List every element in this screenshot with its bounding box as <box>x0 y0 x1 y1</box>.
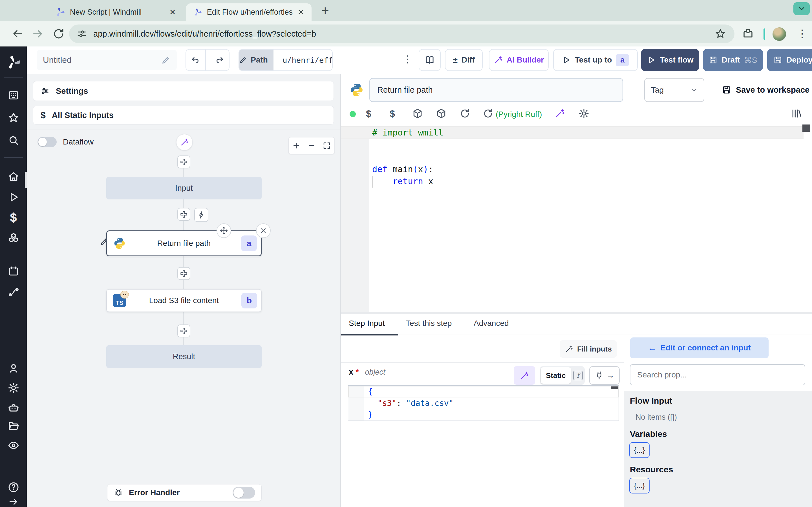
zoom-in-icon[interactable] <box>292 142 301 150</box>
connect-input-button[interactable]: → <box>589 366 620 385</box>
more-options-icon[interactable]: ⋮ <box>402 53 412 65</box>
sidebar-item-user-icon[interactable] <box>8 363 19 374</box>
step-b-node[interactable]: TS Load S3 file content b <box>106 289 262 312</box>
insert-step-button[interactable] <box>177 325 190 337</box>
extensions-icon[interactable] <box>742 27 754 40</box>
browser-tab-inactive[interactable]: New Script | Windmill ✕ <box>48 3 183 21</box>
sidebar-item-home-icon[interactable] <box>8 171 19 182</box>
library-icon[interactable] <box>791 108 802 119</box>
save-to-workspace-button[interactable]: Save to workspace <box>722 81 809 99</box>
flow-graph-panel: Settings $ All Static Inputs Dataflow In… <box>27 74 341 507</box>
variables-heading: Variables <box>630 429 667 439</box>
package-icon[interactable] <box>436 108 447 119</box>
omnibox[interactable]: app.windmill.dev/flows/edit/u/henri/effo… <box>69 24 734 43</box>
sidebar-expand-icon[interactable] <box>8 496 19 507</box>
edit-or-connect-button[interactable]: ← Edit or connect an input <box>630 337 769 358</box>
all-static-inputs-button[interactable]: $ All Static Inputs <box>33 106 334 124</box>
arg-ai-button[interactable] <box>514 366 535 385</box>
tab-search-chevron-button[interactable] <box>794 2 810 15</box>
variables-picker-icon[interactable]: $ <box>390 108 395 119</box>
sidebar-item-folders-icon[interactable] <box>8 420 19 432</box>
sidebar-item-apps-icon[interactable] <box>8 90 19 101</box>
test-up-to-button[interactable]: Test up to a <box>553 49 638 71</box>
draft-button[interactable]: Draft ⌘S <box>703 49 763 71</box>
error-handler-button[interactable]: Error Handler <box>107 484 262 501</box>
delete-step-button[interactable] <box>256 223 271 238</box>
package-icon[interactable] <box>412 108 423 119</box>
sidebar-item-resources-icon[interactable] <box>8 232 19 244</box>
docs-button[interactable] <box>419 49 441 71</box>
tab-step-input[interactable]: Step Input <box>349 319 385 328</box>
path-button[interactable]: Path u/henri/eff <box>239 49 333 71</box>
resources-braces-button[interactable]: {...} <box>629 478 650 494</box>
tab-close-icon[interactable]: ✕ <box>298 8 304 17</box>
bookmark-star-icon[interactable] <box>715 28 726 40</box>
flow-result-node[interactable]: Result <box>106 345 262 368</box>
sidebar-item-help-icon[interactable] <box>8 482 19 493</box>
sidebar-item-settings-icon[interactable] <box>8 382 19 394</box>
sidebar-item-favorites-icon[interactable] <box>8 112 19 124</box>
insert-step-button[interactable] <box>177 267 190 280</box>
diff-button[interactable]: ± Diff <box>445 49 483 71</box>
editor-settings-icon[interactable] <box>578 108 589 119</box>
search-prop-input[interactable] <box>630 364 805 385</box>
flow-input-node[interactable]: Input <box>106 177 262 200</box>
undo-button[interactable] <box>186 50 206 70</box>
reload-icon[interactable] <box>52 27 65 40</box>
arg-json-editor[interactable]: { "s3": "data.csv" } <box>348 385 619 421</box>
flow-name-field[interactable]: Untitled <box>37 50 177 70</box>
tag-select[interactable]: Tag <box>644 78 704 102</box>
tab-close-icon[interactable]: ✕ <box>169 8 176 17</box>
zoom-out-icon[interactable] <box>307 142 316 150</box>
avatar[interactable] <box>772 27 786 41</box>
move-step-button[interactable] <box>216 223 231 238</box>
static-toggle-active[interactable]: Static <box>541 367 571 384</box>
sidebar-item-variables-icon[interactable]: $ <box>10 211 17 225</box>
sidebar-item-workers-icon[interactable] <box>8 402 19 413</box>
resources-heading: Resources <box>630 465 673 474</box>
sidebar-item-schedules-icon[interactable] <box>8 266 19 277</box>
prop-picker-panel: Flow Input No items ([]) Variables {...}… <box>624 391 812 507</box>
insert-step-button[interactable] <box>177 156 190 168</box>
redo-button[interactable] <box>210 50 229 70</box>
test-flow-button[interactable]: Test flow <box>641 49 699 71</box>
dollar-icon: $ <box>41 110 46 121</box>
step-name-input[interactable] <box>369 78 623 102</box>
fill-inputs-button[interactable]: Fill inputs <box>560 340 617 358</box>
reset-icon[interactable] <box>483 108 493 119</box>
fit-view-icon[interactable] <box>322 142 331 150</box>
javascript-expr-toggle[interactable]: f <box>573 371 583 380</box>
reload-icon[interactable] <box>460 108 470 119</box>
code-editor[interactable]: # import wmill def main(x): return x <box>341 126 812 312</box>
ai-flow-button[interactable] <box>176 134 193 151</box>
arrow-right-icon: → <box>606 371 614 380</box>
assets-icon[interactable]: $ <box>366 108 371 119</box>
windmill-logo[interactable] <box>6 55 21 70</box>
sidebar-item-audit-icon[interactable] <box>8 439 19 451</box>
step-a-node[interactable]: Return file path a <box>106 230 262 256</box>
flow-settings-button[interactable]: Settings <box>33 81 334 101</box>
editor-scrollbar-thumb[interactable] <box>802 124 810 132</box>
arrow-left-icon: ← <box>648 343 656 353</box>
new-tab-button[interactable]: + <box>321 4 329 17</box>
sidebar-item-search-icon[interactable] <box>8 135 19 146</box>
deploy-button[interactable]: Deploy <box>767 49 812 71</box>
add-trigger-button[interactable] <box>194 208 208 222</box>
forward-icon[interactable] <box>32 27 44 40</box>
dataflow-toggle[interactable] <box>38 137 57 147</box>
tab-test-this-step[interactable]: Test this step <box>406 319 452 328</box>
browser-tab-active[interactable]: Edit Flow u/henri/effortless_fl ✕ <box>186 3 312 21</box>
error-handler-toggle[interactable] <box>233 487 255 499</box>
tab-advanced[interactable]: Advanced <box>474 319 509 328</box>
ai-wand-icon[interactable] <box>555 108 565 118</box>
back-icon[interactable] <box>11 27 24 40</box>
sidebar-item-triggers-icon[interactable] <box>8 286 19 298</box>
edit-or-connect-label: Edit or connect an input <box>660 343 751 352</box>
insert-step-button[interactable] <box>177 208 190 221</box>
sidebar-item-runs-icon[interactable] <box>8 191 19 203</box>
site-info-icon[interactable] <box>77 29 87 39</box>
browser-toolbar: app.windmill.dev/flows/edit/u/henri/effo… <box>0 21 812 47</box>
ai-builder-button[interactable]: AI Builder <box>489 49 549 71</box>
browser-menu-icon[interactable]: ⋮ <box>797 27 808 40</box>
variables-braces-button[interactable]: {...} <box>629 442 650 458</box>
